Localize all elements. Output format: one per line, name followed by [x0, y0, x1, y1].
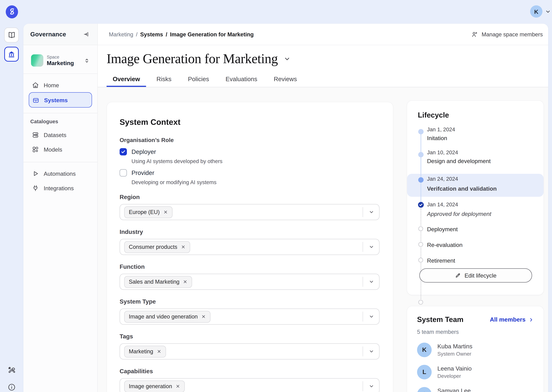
models-icon — [32, 146, 39, 153]
manage-space-members-label: Manage space members — [482, 31, 543, 37]
tab-risks[interactable]: Risks — [150, 72, 177, 87]
all-members-link[interactable]: All members — [490, 316, 534, 323]
chevron-down-icon[interactable] — [369, 314, 374, 319]
breadcrumb-item[interactable]: Systems — [140, 31, 163, 37]
field-label: Capabilities — [120, 368, 379, 375]
member-role: Developer — [437, 373, 472, 379]
page-title: Image Generation for Marketing — [107, 50, 278, 67]
right-column: Lifecycle Jan 1, 2024 Initation Jan 10, … — [407, 100, 544, 392]
system-type-select[interactable]: Image and video generation — [120, 308, 379, 325]
close-icon[interactable] — [175, 384, 180, 389]
sidebar-item-label: Models — [44, 146, 62, 153]
timeline-connector — [420, 180, 421, 205]
brand-logo[interactable] — [6, 5, 18, 18]
home-icon — [32, 81, 39, 89]
lifecycle-date: Jan 14, 2024 — [427, 201, 458, 208]
timeline-circle-future — [418, 242, 423, 247]
building-icon — [8, 50, 15, 58]
content-area: System Context Organisation’s Role Deplo… — [98, 87, 548, 392]
sidebar-item-automations[interactable]: Automations — [29, 166, 92, 181]
close-icon[interactable] — [163, 210, 168, 214]
capabilities-select[interactable]: Image generation — [120, 378, 379, 392]
close-icon[interactable] — [183, 280, 188, 284]
chevron-down-icon[interactable] — [369, 384, 374, 389]
capabilities-chip: Image generation — [124, 380, 185, 392]
collapse-sidebar-icon[interactable] — [83, 31, 90, 37]
book-icon — [7, 31, 16, 39]
tab-policies[interactable]: Policies — [182, 72, 215, 87]
member-avatar: K — [417, 343, 432, 357]
sidebar-item-datasets[interactable]: Datasets — [29, 127, 92, 142]
tab-bar: Overview Risks Policies Evaluations Revi… — [107, 72, 303, 87]
team-member-row[interactable]: S Samyan Lee Reviewer — [417, 387, 534, 392]
timeline-circle-future — [418, 258, 423, 263]
datasets-icon — [32, 131, 39, 139]
account-menu[interactable]: K — [530, 5, 551, 18]
integrations-icon — [32, 184, 39, 192]
close-icon[interactable] — [181, 245, 185, 249]
tab-evaluations[interactable]: Evaluations — [219, 72, 263, 87]
close-icon[interactable] — [201, 314, 206, 319]
tab-reviews[interactable]: Reviews — [268, 72, 303, 87]
space-selector[interactable]: Space Marketing — [29, 53, 92, 68]
close-icon[interactable] — [157, 349, 161, 354]
team-member-row[interactable]: L Leena Vainio Developer — [417, 365, 534, 379]
field-label: Tags — [120, 333, 379, 340]
region-select[interactable]: Europe (EU) — [120, 204, 379, 220]
sidebar-item-label: Home — [44, 82, 59, 88]
topbar: Marketing / Systems / Image Generation f… — [98, 24, 548, 45]
sidebar-item-systems[interactable]: Systems — [29, 92, 92, 108]
avatar[interactable]: K — [530, 5, 542, 18]
chevron-down-icon[interactable] — [369, 279, 374, 284]
system-type-chip: Image and video generation — [124, 311, 210, 322]
team-count: 5 team members — [417, 329, 534, 335]
edit-lifecycle-button[interactable]: Edit lifecycle — [419, 268, 532, 282]
governance-rail-button[interactable] — [4, 47, 19, 62]
breadcrumb-separator: / — [166, 31, 167, 37]
catalogues-nav: Datasets Models — [23, 127, 97, 157]
sidebar-title: Governance — [30, 31, 66, 38]
deployer-checkbox[interactable] — [120, 148, 127, 155]
chip-label: Image and video generation — [129, 314, 198, 320]
member-name: Kuba Martins — [437, 343, 472, 350]
lifecycle-date: Jan 10, 2024 — [427, 149, 458, 155]
sidebar-item-integrations[interactable]: Integrations — [29, 181, 92, 195]
tab-overview[interactable]: Overview — [107, 72, 146, 87]
chevron-down-icon[interactable] — [369, 244, 374, 250]
member-role: System Owner — [437, 351, 472, 357]
member-avatar: L — [417, 365, 432, 379]
chip-label: Marketing — [129, 348, 153, 355]
lifecycle-stage: Design and development — [427, 158, 491, 164]
timeline-dot — [418, 129, 424, 134]
breadcrumb-separator: / — [136, 31, 138, 37]
tools-icon[interactable] — [8, 366, 16, 374]
tools-nav: Automations Integrations — [23, 166, 97, 195]
breadcrumb: Marketing / Systems / Image Generation f… — [109, 31, 254, 37]
sidebar-item-models[interactable]: Models — [29, 142, 92, 157]
chevron-down-icon[interactable] — [369, 210, 374, 215]
breadcrumb-item[interactable]: Marketing — [109, 31, 133, 37]
deployer-description: Using AI systems developed by others — [131, 158, 379, 164]
function-chip: Sales and Marketing — [124, 276, 192, 288]
tags-select[interactable]: Marketing — [120, 343, 379, 359]
tags-chip: Marketing — [124, 346, 166, 357]
chevron-down-icon[interactable] — [369, 349, 374, 354]
timeline-dot-current — [418, 177, 424, 182]
industry-select[interactable]: Consumer products — [120, 239, 379, 255]
system-context-heading: System Context — [120, 118, 379, 127]
chip-label: Sales and Marketing — [129, 279, 180, 285]
chevron-down-icon[interactable] — [283, 56, 291, 63]
app-root: K Governance Space Marketing — [0, 0, 552, 392]
team-member-row[interactable]: K Kuba Martins System Owner — [417, 343, 534, 357]
divider — [23, 113, 97, 113]
sidebar-item-home[interactable]: Home — [29, 78, 92, 92]
function-select[interactable]: Sales and Marketing — [120, 274, 379, 290]
info-icon[interactable] — [8, 383, 16, 391]
docs-rail-button[interactable] — [4, 28, 19, 42]
provider-label: Provider — [131, 169, 154, 176]
field-label: Region — [120, 194, 379, 201]
select-divider — [363, 242, 363, 252]
sidebar-item-label: Datasets — [44, 132, 66, 138]
manage-space-members-button[interactable]: Manage space members — [471, 31, 543, 38]
provider-checkbox[interactable] — [120, 169, 127, 176]
